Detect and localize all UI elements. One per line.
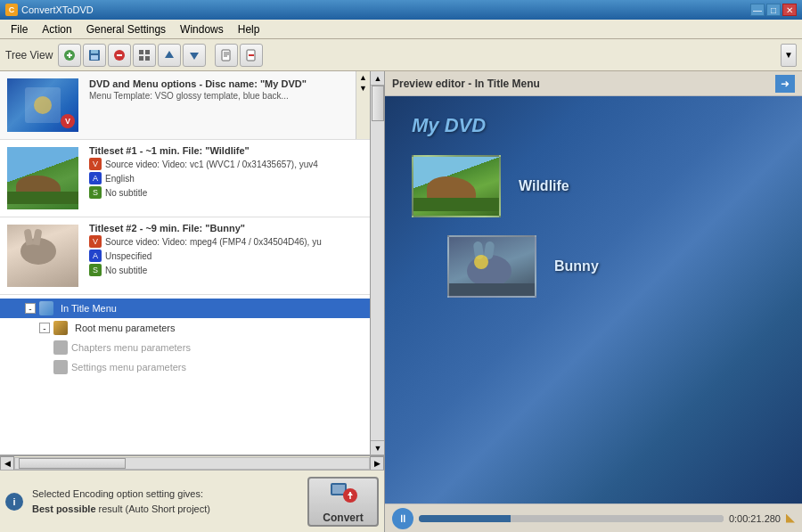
- play-pause-button[interactable]: ⏸: [392, 508, 413, 529]
- video-icon-2: V: [89, 235, 102, 248]
- titleset-1-thumbnail: [7, 147, 78, 209]
- toolbar-dropdown[interactable]: ▼: [781, 44, 797, 67]
- scroll-thumb[interactable]: [372, 86, 384, 121]
- svg-rect-8: [145, 56, 150, 61]
- preview-next-button[interactable]: ➜: [775, 75, 795, 93]
- video-icon: V: [89, 158, 102, 170]
- titleset-2-item[interactable]: Titleset #2 - ~9 min. File: "Bunny" V So…: [0, 217, 370, 295]
- svg-marker-9: [165, 51, 174, 58]
- scroll-left-button[interactable]: ◀: [0, 456, 14, 471]
- close-button[interactable]: ✕: [782, 4, 797, 16]
- svg-rect-5: [139, 50, 143, 54]
- save-button[interactable]: [83, 44, 106, 67]
- subtitle-icon: S: [89, 186, 102, 199]
- tree-node-in-title-menu[interactable]: - In Title Menu: [0, 299, 370, 318]
- status-line2: Best possible result (Auto Short project…: [32, 502, 299, 517]
- convert-icon: [329, 479, 357, 510]
- menu-file[interactable]: File: [4, 21, 35, 37]
- subtitle-icon-2: S: [89, 264, 102, 276]
- status-line1: Selected Encoding option setting gives:: [32, 487, 299, 502]
- settings-label: Settings menu parameters: [71, 362, 186, 372]
- menu-general-settings[interactable]: General Settings: [79, 21, 173, 37]
- page-button[interactable]: [215, 44, 238, 67]
- scroll-down-button[interactable]: ▼: [371, 440, 384, 454]
- move-down-button[interactable]: [183, 44, 206, 67]
- tree-node-root-menu[interactable]: - Root menu parameters: [0, 318, 370, 338]
- horizontal-scrollbar[interactable]: ◀ ▶: [0, 455, 384, 470]
- status-icon: i: [5, 493, 23, 511]
- svg-marker-10: [190, 53, 199, 60]
- preview-item-bunny: Bunny: [447, 235, 775, 298]
- titleset-1-item[interactable]: Titleset #1 - ~1 min. File: "Wildlife" V…: [0, 140, 370, 217]
- audio-icon-2: A: [89, 250, 102, 262]
- minimize-button[interactable]: —: [750, 4, 765, 16]
- menu-action[interactable]: Action: [35, 21, 78, 37]
- titleset-2-info: Titleset #2 - ~9 min. File: "Bunny" V So…: [86, 217, 370, 294]
- remove-button[interactable]: [108, 44, 131, 67]
- titleset-1-sub: S No subtitle: [89, 186, 366, 199]
- grid-button[interactable]: [133, 44, 156, 67]
- settings-node-icon: [53, 360, 68, 374]
- in-title-menu-label: In Title Menu: [61, 303, 117, 314]
- tree-node-settings[interactable]: Settings menu parameters: [0, 357, 370, 377]
- bunny-preview-thumb: [447, 235, 536, 298]
- convert-label: Convert: [323, 512, 363, 524]
- left-panel: V DVD and Menu options - Disc name: "My …: [0, 71, 385, 532]
- progress-bar[interactable]: [419, 515, 724, 522]
- add-button[interactable]: [58, 44, 81, 67]
- titleset-2-title: Titleset #2 - ~9 min. File: "Bunny": [89, 223, 366, 233]
- scroll-up-button[interactable]: ▲: [371, 71, 384, 86]
- h-scroll-thumb[interactable]: [19, 458, 126, 469]
- dvd-thumbnail: V: [7, 78, 78, 132]
- h-scroll-track[interactable]: [14, 457, 370, 470]
- dvd-menu-preview: My DVD Wildlife: [385, 96, 802, 503]
- expand-icon[interactable]: -: [25, 303, 36, 314]
- svg-rect-11: [222, 50, 230, 61]
- scroll-track[interactable]: [371, 86, 384, 440]
- disc-title: My DVD: [412, 114, 775, 137]
- titleset-2-audio: A Unspecified: [89, 250, 366, 262]
- progress-track: [419, 515, 724, 522]
- dash-button[interactable]: [240, 44, 263, 67]
- scroll-right-button[interactable]: ▶: [370, 456, 384, 471]
- svg-rect-6: [145, 50, 150, 54]
- dvd-info: DVD and Menu options - Disc name: "My DV…: [86, 71, 356, 139]
- maximize-button[interactable]: □: [766, 4, 781, 16]
- menu-bar: File Action General Settings Windows Hel…: [0, 20, 802, 39]
- convert-button[interactable]: Convert: [307, 477, 379, 527]
- preview-item-wildlife: Wildlife: [412, 155, 775, 217]
- bottom-status: i Selected Encoding option setting gives…: [0, 470, 384, 532]
- menu-help[interactable]: Help: [231, 21, 267, 37]
- titleset-2-sub: S No subtitle: [89, 264, 366, 276]
- tree-node-chapters[interactable]: Chapters menu parameters: [0, 338, 370, 357]
- titleset-1-audio: A English: [89, 172, 366, 184]
- titleset-1-info: Titleset #1 - ~1 min. File: "Wildlife" V…: [86, 140, 370, 217]
- corner-indicator: [786, 514, 795, 523]
- svg-rect-2: [91, 50, 98, 53]
- svg-rect-7: [139, 56, 143, 61]
- svg-rect-3: [91, 55, 98, 60]
- title-bar: C ConvertXToDVD — □ ✕: [0, 0, 802, 20]
- app-icon: C: [5, 4, 18, 16]
- dvd-subtitle: Menu Template: VSO glossy template, blue…: [89, 91, 352, 101]
- expand-icon-root[interactable]: -: [39, 323, 50, 333]
- audio-icon: A: [89, 172, 102, 184]
- preview-controls: ⏸ 0:00:21.280: [385, 503, 802, 532]
- wildlife-preview-thumb: [412, 155, 501, 217]
- move-up-button[interactable]: [158, 44, 181, 67]
- vertical-scrollbar[interactable]: ▲ ▼: [370, 71, 384, 454]
- tree-nodes: - In Title Menu - Root menu parameters C…: [0, 295, 370, 381]
- root-menu-label: Root menu parameters: [75, 323, 176, 333]
- status-suffix: result (Auto Short project): [96, 503, 210, 514]
- preview-header: Preview editor - In Title Menu ➜: [385, 71, 802, 96]
- dvd-item[interactable]: V DVD and Menu options - Disc name: "My …: [0, 71, 370, 140]
- main-area: V DVD and Menu options - Disc name: "My …: [0, 71, 802, 532]
- svg-rect-14: [332, 485, 345, 494]
- dvd-title: DVD and Menu options - Disc name: "My DV…: [89, 78, 352, 89]
- time-display: 0:00:21.280: [729, 513, 781, 524]
- preview-title: Preview editor - In Title Menu: [392, 78, 540, 90]
- tree-area[interactable]: V DVD and Menu options - Disc name: "My …: [0, 71, 384, 455]
- menu-windows[interactable]: Windows: [173, 21, 231, 37]
- menu-node-icon: [39, 301, 53, 315]
- right-panel: Preview editor - In Title Menu ➜ My DVD: [385, 71, 802, 532]
